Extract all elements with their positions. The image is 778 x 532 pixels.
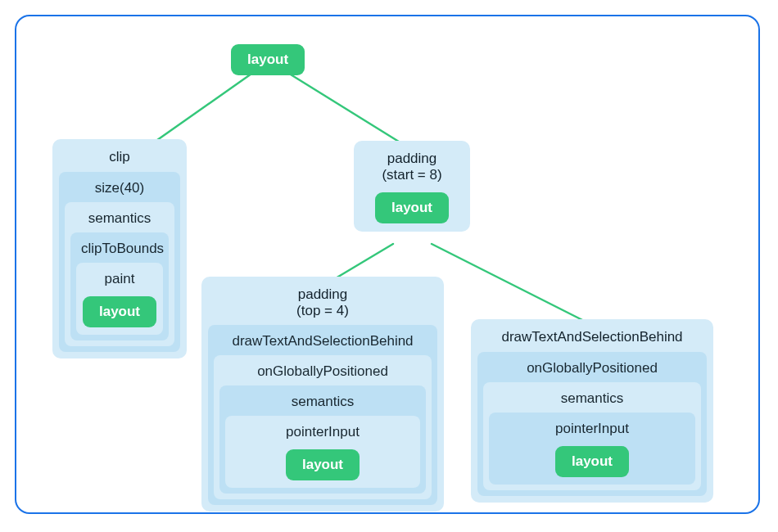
nest-ogp-br: onGloballyPositioned semantics pointerIn… (477, 352, 707, 496)
nest-semantics-left: semantics clipToBounds paint layout (65, 202, 174, 346)
modifier-semantics: semantics (224, 390, 422, 416)
modifier-padding-start: padding (start = 8) (359, 146, 465, 189)
nest-size: size(40) semantics clipToBounds paint la… (59, 172, 180, 352)
bl-layout-chip: layout (286, 449, 360, 480)
diagram-frame: layout clip size(40) semantics clipToBou… (15, 15, 760, 514)
modifier-semantics: semantics (487, 386, 697, 413)
nest-semantics-br: semantics pointerInput layout (483, 382, 701, 490)
nest-ogp-bl: onGloballyPositioned semantics pointerIn… (214, 355, 432, 499)
modifier-cliptobounds: clipToBounds (75, 237, 165, 263)
nest-pointer-br: pointerInput layout (489, 413, 695, 485)
node-clip: clip size(40) semantics clipToBounds pai… (52, 139, 187, 358)
nest-semantics-bl: semantics pointerInput layout (219, 385, 426, 494)
br-layout-chip: layout (555, 446, 629, 477)
modifier-semantics: semantics (69, 206, 170, 232)
svg-line-1 (287, 72, 405, 146)
nest-cliptobounds: clipToBounds paint layout (70, 232, 169, 340)
nest-drawtext-bl: drawTextAndSelectionBehind onGloballyPos… (208, 325, 437, 505)
modifier-padding-top: padding (top = 4) (206, 282, 439, 325)
nest-pointer-bl: pointerInput layout (225, 416, 420, 488)
right-layout-chip: layout (375, 192, 449, 223)
root-layout-chip: layout (231, 44, 305, 75)
node-padding-start: padding (start = 8) layout (354, 141, 470, 232)
modifier-drawtext: drawTextAndSelectionBehind (212, 329, 433, 355)
modifier-clip: clip (57, 144, 182, 172)
modifier-ongloballypositioned: onGloballyPositioned (218, 359, 427, 385)
modifier-pointerinput: pointerInput (493, 417, 691, 443)
modifier-ongloballypositioned: onGloballyPositioned (482, 356, 703, 382)
modifier-drawtext: drawTextAndSelectionBehind (476, 324, 708, 352)
svg-line-3 (432, 244, 594, 326)
left-layout-chip: layout (83, 296, 156, 327)
node-padding-top: padding (top = 4) drawTextAndSelectionBe… (201, 277, 444, 512)
modifier-size: size(40) (63, 176, 176, 202)
nest-paint: paint layout (76, 263, 163, 335)
modifier-pointerinput: pointerInput (229, 420, 416, 446)
modifier-paint: paint (80, 267, 159, 293)
svg-line-0 (152, 72, 254, 144)
node-drawtext-right: drawTextAndSelectionBehind onGloballyPos… (471, 319, 713, 503)
